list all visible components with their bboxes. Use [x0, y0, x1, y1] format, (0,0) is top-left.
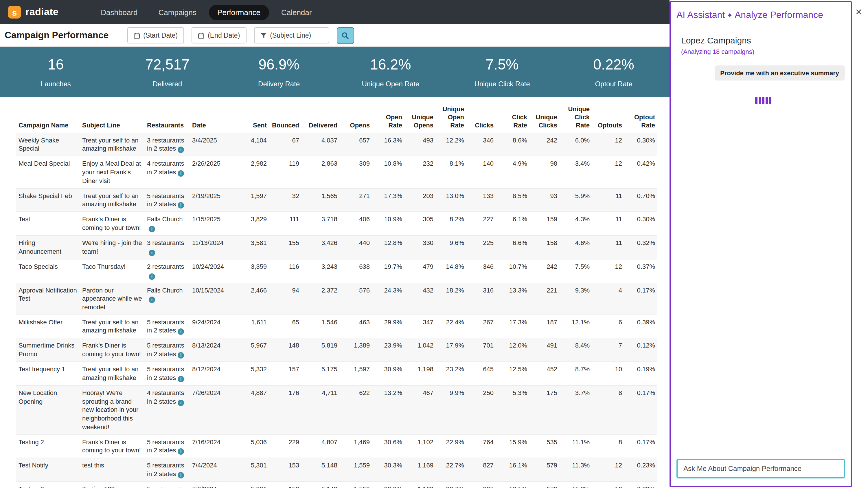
cell-unique-clicks: 175: [529, 385, 560, 434]
cell-bounced: 116: [269, 259, 302, 283]
nav-item-performance[interactable]: Performance: [209, 4, 269, 20]
cell-clicks: 645: [466, 362, 496, 385]
info-icon[interactable]: i: [149, 250, 155, 256]
column-header-optouts: Optouts: [592, 102, 624, 133]
cell-unique-open-rate: 22.9%: [436, 434, 466, 458]
cell-clicks: 267: [466, 315, 496, 338]
subject-line-filter[interactable]: (Subject Line): [254, 27, 329, 44]
info-icon[interactable]: i: [178, 147, 184, 153]
column-header-unique-clicks: Unique Clicks: [529, 102, 560, 133]
start-date-filter[interactable]: (Start Date): [127, 27, 184, 44]
close-icon[interactable]: ✕: [854, 7, 864, 18]
cell-opens: 1,559: [340, 458, 372, 482]
cell-unique-click-rate: 5.9%: [560, 188, 592, 212]
search-button[interactable]: [337, 27, 354, 44]
cell-bounced: 111: [269, 212, 302, 235]
cell-unique-open-rate: 9.9%: [436, 385, 466, 434]
cell-unique-click-rate: 9.3%: [560, 283, 592, 315]
cell-click-rate: 6.6%: [496, 235, 529, 259]
table-row: Taco SpecialsTaco Thursday!2 restaurants…: [16, 259, 657, 283]
info-icon[interactable]: i: [149, 226, 155, 232]
cell-delivered: 5,148: [302, 482, 340, 488]
column-header-unique-opens: Unique Opens: [404, 102, 436, 133]
info-icon[interactable]: i: [178, 376, 184, 382]
cell-sent: 2,466: [237, 283, 269, 315]
stat-launches: 16Launches: [0, 56, 112, 88]
cell-campaign-name: Meal Deal Special: [16, 156, 80, 188]
info-icon[interactable]: i: [178, 352, 184, 358]
table-row: Testing 2Frank's Diner is coming to your…: [16, 434, 657, 458]
cell-unique-open-rate: 22.4%: [436, 315, 466, 338]
cell-optouts: 12: [592, 482, 624, 488]
cell-campaign-name: New Location Opening: [16, 385, 80, 434]
cell-delivered: 5,148: [302, 458, 340, 482]
cell-optouts: 12: [592, 458, 624, 482]
info-icon[interactable]: i: [178, 170, 184, 177]
cell-subject-line: Frank's Diner is coming to your town!: [80, 212, 145, 235]
campaign-performance-table: Campaign NameSubject LineRestaurantsDate…: [16, 102, 657, 488]
cell-unique-click-rate: 11.3%: [560, 482, 592, 488]
cell-unique-opens: 232: [404, 156, 436, 188]
cell-clicks: 827: [466, 458, 496, 482]
cell-clicks: 225: [466, 235, 496, 259]
cell-bounced: 176: [269, 385, 302, 434]
cell-date: 9/24/2024: [190, 315, 237, 338]
cell-date: 2/26/2025: [190, 156, 237, 188]
cell-click-rate: 15.9%: [496, 434, 529, 458]
nav-item-dashboard[interactable]: Dashboard: [92, 4, 146, 20]
cell-sent: 2,982: [237, 156, 269, 188]
info-icon[interactable]: i: [178, 202, 184, 209]
cell-bounced: 229: [269, 434, 302, 458]
cell-optouts: 11: [592, 212, 624, 235]
cell-unique-click-rate: 12.1%: [560, 315, 592, 338]
cell-open-rate: 13.2%: [372, 385, 404, 434]
column-header-subject-line: Subject Line: [80, 102, 145, 133]
nav-item-campaigns[interactable]: Campaigns: [150, 4, 206, 20]
nav-item-calendar[interactable]: Calendar: [273, 4, 320, 20]
cell-opens: 271: [340, 188, 372, 212]
brand[interactable]: s radiate: [8, 6, 58, 19]
table-row: TestFrank's Diner is coming to your town…: [16, 212, 657, 235]
campaign-table-container: Campaign NameSubject LineRestaurantsDate…: [0, 97, 670, 488]
info-icon[interactable]: i: [149, 273, 155, 280]
end-date-filter[interactable]: (End Date): [191, 27, 246, 44]
cell-unique-open-rate: 8.1%: [436, 156, 466, 188]
ai-assistant-panel: AI Assistant✦Analyze Performance Lopez C…: [670, 1, 852, 487]
cell-opens: 1,389: [340, 338, 372, 362]
nav-items: DashboardCampaignsPerformanceCalendar: [92, 4, 324, 20]
cell-optout-rate: 0.70%: [624, 188, 657, 212]
column-header-date: Date: [190, 102, 237, 133]
cell-unique-clicks: 221: [529, 283, 560, 315]
info-icon[interactable]: i: [178, 399, 184, 406]
table-row: Hiring AnnouncementWe're hiring - join t…: [16, 235, 657, 259]
cell-date: 8/12/2024: [190, 362, 237, 385]
table-row: Shake Special FebTreat your self to an a…: [16, 188, 657, 212]
cell-bounced: 153: [269, 482, 302, 488]
cell-unique-open-rate: 13.0%: [436, 188, 466, 212]
cell-open-rate: 30.3%: [372, 482, 404, 488]
analysis-scope-subheading: (Analyzing 18 campaigns): [681, 48, 845, 55]
cell-click-rate: 6.1%: [496, 212, 529, 235]
user-message-bubble: Provide me with an executive summary: [714, 65, 845, 81]
cell-opens: 1,559: [340, 482, 372, 488]
ai-chat-input[interactable]: [677, 458, 845, 478]
cell-restaurants: 4 restaurants in 2 statesi: [145, 156, 190, 188]
cell-click-rate: 12.0%: [496, 338, 529, 362]
cell-subject-line: Taco Thursday!: [80, 259, 145, 283]
cell-sent: 5,332: [237, 362, 269, 385]
cell-optout-rate: 0.30%: [624, 133, 657, 156]
column-header-unique-open-rate: Unique Open Rate: [436, 102, 466, 133]
info-icon[interactable]: i: [149, 297, 155, 303]
info-icon[interactable]: i: [178, 472, 184, 479]
cell-bounced: 32: [269, 188, 302, 212]
cell-unique-click-rate: 8.4%: [560, 338, 592, 362]
cell-unique-clicks: 158: [529, 235, 560, 259]
cell-open-rate: 12.8%: [372, 235, 404, 259]
cell-campaign-name: Approval Notification Test: [16, 283, 80, 315]
cell-unique-open-rate: 22.7%: [436, 458, 466, 482]
info-icon[interactable]: i: [178, 449, 184, 455]
cell-unique-open-rate: 23.2%: [436, 362, 466, 385]
cell-sent: 1,597: [237, 188, 269, 212]
info-icon[interactable]: i: [178, 329, 184, 335]
cell-clicks: 346: [466, 133, 496, 156]
